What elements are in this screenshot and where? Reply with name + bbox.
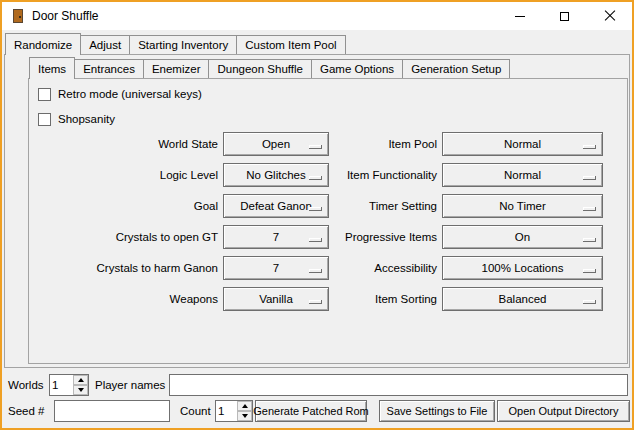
- count-spinbox: [215, 400, 253, 422]
- item-pool-value: Normal: [504, 138, 541, 150]
- tab-starting-inventory[interactable]: Starting Inventory: [129, 35, 237, 54]
- generate-patched-rom-button[interactable]: Generate Patched Rom: [255, 400, 367, 422]
- tab-dungeon-shuffle[interactable]: Dungeon Shuffle: [208, 59, 311, 78]
- spin-down-icon: [78, 388, 84, 392]
- primary-tab-bar: Randomize Adjust Starting Inventory Cust…: [5, 33, 346, 55]
- items-pane: [28, 78, 628, 364]
- dropdown-indicator-icon: [309, 145, 322, 149]
- app-icon: [10, 8, 26, 24]
- dropdown-indicator-icon: [309, 300, 322, 304]
- seed-input[interactable]: [54, 400, 170, 422]
- crystals-ganon-dropdown[interactable]: 7: [223, 256, 329, 280]
- timer-setting-dropdown[interactable]: No Timer: [442, 194, 603, 218]
- titlebar: Door Shuffle: [2, 2, 632, 30]
- player-names-label: Player names: [95, 374, 165, 396]
- spin-down-icon: [242, 414, 248, 418]
- close-icon: [604, 10, 616, 22]
- minimize-button[interactable]: [497, 2, 542, 30]
- worlds-label: Worlds: [8, 374, 44, 396]
- dropdown-indicator-icon: [583, 300, 596, 304]
- maximize-button[interactable]: [542, 2, 587, 30]
- world-state-dropdown[interactable]: Open: [223, 132, 329, 156]
- item-pool-dropdown[interactable]: Normal: [442, 132, 603, 156]
- goal-dropdown[interactable]: Defeat Ganon: [223, 194, 329, 218]
- logic-level-label: Logic Level: [38, 163, 218, 187]
- tab-entrances[interactable]: Entrances: [74, 59, 144, 78]
- logic-level-dropdown[interactable]: No Glitches: [223, 163, 329, 187]
- timer-setting-label: Timer Setting: [332, 194, 437, 218]
- spin-up-icon: [242, 404, 248, 408]
- item-sorting-dropdown[interactable]: Balanced: [442, 287, 603, 311]
- retro-mode-checkbox[interactable]: [38, 88, 51, 101]
- retro-mode-label: Retro mode (universal keys): [58, 88, 202, 100]
- retro-mode-row: Retro mode (universal keys): [38, 86, 202, 102]
- item-functionality-value: Normal: [504, 169, 541, 181]
- dropdown-indicator-icon: [583, 238, 596, 242]
- door-shuffle-window: Door Shuffle Randomize Adjust Starting I…: [0, 0, 634, 430]
- progressive-items-dropdown[interactable]: On: [442, 225, 603, 249]
- spin-up-icon: [78, 378, 84, 382]
- accessibility-value: 100% Locations: [482, 262, 564, 274]
- close-button[interactable]: [587, 2, 632, 30]
- crystals-gt-label: Crystals to open GT: [38, 225, 218, 249]
- item-sorting-label: Item Sorting: [332, 287, 437, 311]
- dropdown-indicator-icon: [583, 145, 596, 149]
- spin-down-button[interactable]: [73, 385, 88, 395]
- world-state-value: Open: [262, 138, 290, 150]
- dropdown-indicator-icon: [583, 176, 596, 180]
- spin-up-button[interactable]: [73, 375, 88, 385]
- dropdown-indicator-icon: [309, 176, 322, 180]
- dropdown-indicator-icon: [309, 238, 322, 242]
- shopsanity-checkbox[interactable]: [38, 113, 51, 126]
- worlds-spin-arrows: [73, 375, 88, 395]
- shopsanity-row: Shopsanity: [38, 111, 115, 127]
- tab-randomize[interactable]: Randomize: [5, 33, 81, 55]
- tab-game-options[interactable]: Game Options: [311, 59, 403, 78]
- player-names-input[interactable]: [169, 374, 628, 396]
- accessibility-dropdown[interactable]: 100% Locations: [442, 256, 603, 280]
- logic-level-value: No Glitches: [246, 169, 305, 181]
- caption-buttons: [497, 2, 632, 30]
- spin-up-button[interactable]: [237, 401, 252, 411]
- crystals-ganon-value: 7: [273, 262, 279, 274]
- shopsanity-label: Shopsanity: [58, 113, 115, 125]
- dropdown-indicator-icon: [583, 269, 596, 273]
- tab-custom-item-pool[interactable]: Custom Item Pool: [236, 35, 345, 54]
- accessibility-label: Accessibility: [332, 256, 437, 280]
- minimize-icon: [515, 16, 525, 17]
- weapons-label: Weapons: [38, 287, 218, 311]
- tab-generation-setup[interactable]: Generation Setup: [402, 59, 510, 78]
- count-spin-arrows: [237, 401, 252, 421]
- worlds-spinbox: [49, 374, 89, 396]
- item-functionality-dropdown[interactable]: Normal: [442, 163, 603, 187]
- dropdown-indicator-icon: [583, 207, 596, 211]
- dropdown-indicator-icon: [309, 207, 322, 211]
- tab-items[interactable]: Items: [29, 57, 75, 79]
- item-sorting-value: Balanced: [499, 293, 547, 305]
- weapons-value: Vanilla: [259, 293, 293, 305]
- progressive-items-value: On: [515, 231, 530, 243]
- timer-setting-value: No Timer: [499, 200, 546, 212]
- goal-value: Defeat Ganon: [240, 200, 312, 212]
- item-functionality-label: Item Functionality: [332, 163, 437, 187]
- tab-adjust[interactable]: Adjust: [80, 35, 130, 54]
- seed-label: Seed #: [8, 400, 44, 422]
- count-input[interactable]: [216, 401, 237, 421]
- count-label: Count: [180, 400, 211, 422]
- maximize-icon: [560, 12, 569, 21]
- goal-label: Goal: [38, 194, 218, 218]
- worlds-input[interactable]: [50, 375, 73, 395]
- save-settings-button[interactable]: Save Settings to File: [379, 400, 495, 422]
- world-state-label: World State: [38, 132, 218, 156]
- secondary-tab-bar: Items Entrances Enemizer Dungeon Shuffle…: [29, 57, 510, 79]
- crystals-gt-value: 7: [273, 231, 279, 243]
- tab-enemizer[interactable]: Enemizer: [143, 59, 210, 78]
- dropdown-indicator-icon: [309, 269, 322, 273]
- spin-down-button[interactable]: [237, 411, 252, 421]
- window-title: Door Shuffle: [32, 9, 99, 23]
- progressive-items-label: Progressive Items: [332, 225, 437, 249]
- crystals-gt-dropdown[interactable]: 7: [223, 225, 329, 249]
- weapons-dropdown[interactable]: Vanilla: [223, 287, 329, 311]
- item-pool-label: Item Pool: [332, 132, 437, 156]
- open-output-directory-button[interactable]: Open Output Directory: [497, 400, 630, 422]
